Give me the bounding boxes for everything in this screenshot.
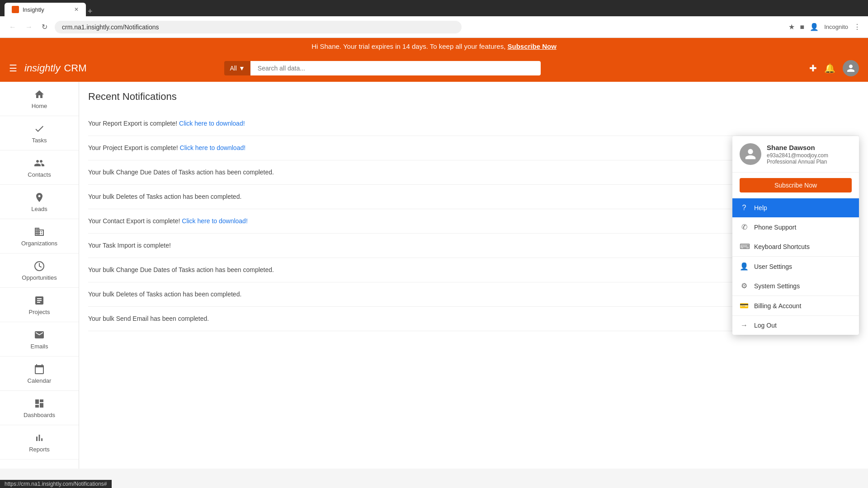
- sidebar-item-projects[interactable]: Projects: [0, 288, 79, 322]
- help-icon: ?: [740, 204, 749, 212]
- billing-icon: 💳: [740, 301, 749, 310]
- sidebar-item-dashboards-label: Dashboards: [24, 412, 55, 418]
- sidebar-item-emails[interactable]: Emails: [0, 322, 79, 357]
- user-avatar-button[interactable]: [843, 60, 859, 76]
- sidebar-item-calendar[interactable]: Calendar: [0, 357, 79, 391]
- tab-close-button[interactable]: ✕: [74, 6, 79, 13]
- dropdown-item-phone-support[interactable]: ✆ Phone Support: [732, 217, 859, 237]
- dropdown-item-help-label: Help: [754, 204, 767, 211]
- organizations-icon: [33, 225, 46, 238]
- dropdown-item-billing-label: Billing & Account: [754, 302, 801, 310]
- notification-text: Your bulk Change Due Dates of Tasks acti…: [88, 168, 274, 177]
- page-title: Recent Notifications: [88, 91, 859, 103]
- dropdown-username: Shane Dawson: [767, 144, 852, 151]
- app-name: CRM: [64, 62, 86, 74]
- search-input[interactable]: [250, 61, 541, 75]
- system-settings-icon: ⚙: [740, 282, 749, 290]
- dashboards-icon: [33, 397, 46, 410]
- browser-tab-bar: Insightly ✕ +: [0, 0, 868, 16]
- phone-icon: ✆: [740, 223, 749, 231]
- notification-text: Your bulk Deletes of Tasks action has be…: [88, 290, 241, 299]
- opportunities-icon: [33, 260, 46, 272]
- trial-subscribe-link[interactable]: Subscribe Now: [507, 42, 556, 50]
- trial-banner: Hi Shane. Your trial expires in 14 days.…: [0, 38, 868, 55]
- dropdown-item-user-settings[interactable]: 👤 User Settings: [732, 257, 859, 276]
- user-settings-icon: 👤: [740, 262, 749, 271]
- new-tab-button[interactable]: +: [88, 7, 93, 16]
- notification-download-link[interactable]: Click here to download!: [179, 120, 245, 127]
- notification-download-link[interactable]: Click here to download!: [182, 217, 248, 225]
- address-input[interactable]: [55, 21, 462, 33]
- sidebar-item-projects-label: Projects: [29, 309, 50, 315]
- notification-text: Your bulk Change Due Dates of Tasks acti…: [88, 265, 274, 275]
- sidebar: Home Tasks Contacts Leads: [0, 82, 79, 469]
- notification-text: Your bulk Deletes of Tasks action has be…: [88, 192, 241, 202]
- sidebar-item-emails-label: Emails: [30, 343, 48, 350]
- sidebar-item-tasks-label: Tasks: [32, 137, 47, 144]
- keyboard-icon: ⌨: [740, 242, 749, 251]
- extensions-icon[interactable]: ■: [800, 23, 805, 31]
- dropdown-item-system-settings-label: System Settings: [754, 282, 800, 290]
- sidebar-item-leads-label: Leads: [31, 206, 47, 212]
- back-button[interactable]: ←: [7, 21, 18, 33]
- dropdown-item-keyboard-shortcuts[interactable]: ⌨ Keyboard Shortcuts: [732, 237, 859, 256]
- tab-title: Insightly: [23, 6, 44, 13]
- dropdown-item-system-settings[interactable]: ⚙ System Settings: [732, 276, 859, 296]
- user-dropdown: Shane Dawson e93a2841@moodjoy.com Profes…: [732, 136, 859, 335]
- dropdown-subscribe-button[interactable]: Subscribe Now: [740, 178, 852, 192]
- status-bar: https://crm.na1.insightly.com/Notificati…: [0, 480, 112, 488]
- sidebar-item-contacts-label: Contacts: [28, 171, 51, 178]
- dropdown-item-logout[interactable]: → Log Out: [732, 316, 859, 335]
- dropdown-header: Shane Dawson e93a2841@moodjoy.com Profes…: [732, 136, 859, 173]
- sidebar-item-calendar-label: Calendar: [28, 377, 52, 384]
- forward-button[interactable]: →: [24, 21, 34, 33]
- notifications-icon[interactable]: 🔔: [824, 63, 835, 74]
- notification-download-link[interactable]: Click here to download!: [180, 144, 246, 151]
- dropdown-item-logout-label: Log Out: [754, 322, 777, 329]
- search-area: All ▼: [224, 61, 541, 75]
- content-area: Recent Notifications Your Report Export …: [79, 82, 868, 469]
- header-actions: ✚ 🔔: [809, 60, 859, 76]
- notification-text: Your Report Export is complete! Click he…: [88, 119, 245, 128]
- sidebar-item-leads[interactable]: Leads: [0, 185, 79, 219]
- sidebar-item-organizations[interactable]: Organizations: [0, 219, 79, 253]
- sidebar-item-contacts[interactable]: Contacts: [0, 150, 79, 185]
- incognito-label: Incognito: [824, 23, 848, 30]
- projects-icon: [33, 294, 46, 307]
- logo-area: insightly CRM: [24, 62, 87, 74]
- reports-icon: [33, 432, 46, 444]
- search-scope-button[interactable]: All ▼: [224, 61, 250, 75]
- dropdown-item-keyboard-shortcuts-label: Keyboard Shortcuts: [754, 243, 810, 250]
- sidebar-item-reports[interactable]: Reports: [0, 425, 79, 460]
- insightly-favicon: [12, 6, 19, 13]
- sidebar-item-tasks[interactable]: Tasks: [0, 116, 79, 150]
- menu-icon[interactable]: ⋮: [854, 23, 861, 31]
- trial-message: Hi Shane. Your trial expires in 14 days.…: [311, 42, 505, 50]
- chevron-down-icon: ▼: [239, 65, 245, 72]
- sidebar-item-opportunities-label: Opportunities: [22, 274, 57, 281]
- dropdown-avatar: [740, 143, 761, 165]
- leads-icon: [33, 191, 46, 204]
- home-icon: [33, 88, 46, 101]
- profile-icon[interactable]: 👤: [810, 23, 819, 31]
- hamburger-menu-icon[interactable]: ☰: [9, 63, 17, 74]
- main-layout: Home Tasks Contacts Leads: [0, 82, 868, 469]
- sidebar-item-home[interactable]: Home: [0, 82, 79, 116]
- add-icon[interactable]: ✚: [809, 63, 817, 74]
- browser-tab-insightly[interactable]: Insightly ✕: [5, 3, 86, 16]
- bookmark-icon[interactable]: ★: [788, 23, 795, 31]
- dropdown-item-help[interactable]: ? Help: [732, 198, 859, 217]
- sidebar-item-dashboards[interactable]: Dashboards: [0, 391, 79, 425]
- status-url: https://crm.na1.insightly.com/Notificati…: [5, 481, 107, 487]
- emails-icon: [33, 328, 46, 341]
- notification-text: Your bulk Send Email has been completed.: [88, 314, 209, 324]
- calendar-icon: [33, 363, 46, 375]
- sidebar-item-home-label: Home: [32, 103, 47, 109]
- dropdown-item-billing[interactable]: 💳 Billing & Account: [732, 296, 859, 315]
- address-bar-icons: ★ ■ 👤 Incognito ⋮: [788, 23, 861, 31]
- sidebar-item-reports-label: Reports: [29, 446, 50, 453]
- notification-text: Your Project Export is complete! Click h…: [88, 143, 245, 153]
- sidebar-item-opportunities[interactable]: Opportunities: [0, 253, 79, 288]
- dropdown-plan: Professional Annual Plan: [767, 159, 852, 165]
- reload-button[interactable]: ↻: [40, 21, 49, 33]
